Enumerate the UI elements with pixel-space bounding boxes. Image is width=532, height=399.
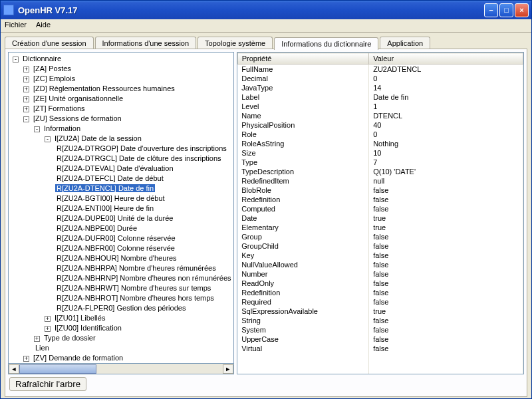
tree-field[interactable]: R[ZU2A-NBHRWT] Nombre d'heures sur temps [55,283,233,293]
tab-3[interactable]: Informations du dictionnaire [274,37,378,50]
tree-field[interactable]: R[ZU2A-DTEFCL] Date de début [55,174,233,184]
property-row[interactable]: Numberfalse [237,269,523,279]
tree-toggle-icon[interactable]: + [23,76,29,82]
tree-root-item[interactable]: -Dictionnaire+[ZA] Postes+[ZC] Emplois+[… [13,54,233,364]
tree-item[interactable]: +I[ZU01] Libellés [45,313,233,323]
tree-toggle-icon[interactable]: + [23,106,29,112]
property-row[interactable]: NullValueAllowedfalse [237,260,523,269]
property-row[interactable]: Decimal0 [237,74,523,83]
tree-field[interactable]: R[ZU2A-DUFR00] Colonne réservée [55,233,233,243]
property-grid[interactable]: Propriété Valeur FullNameZU2ADTENCLDecim… [237,52,524,374]
scroll-thumb[interactable] [19,364,96,374]
tab-4[interactable]: Application [380,37,430,49]
property-row[interactable]: PhysicalPosition40 [237,120,523,130]
menu-file[interactable]: Fichier [5,21,27,31]
property-name: Role [237,130,368,139]
titlebar[interactable]: OpenHR V7.17 – □ × [1,1,531,19]
tree-field[interactable]: R[ZU2A-BGTI00] Heure de début [55,194,233,203]
tree-field[interactable]: R[ZU2A-NBPE00] Durée [55,223,233,233]
scroll-right-button[interactable]: ► [223,364,233,374]
property-row[interactable]: ReadOnlyfalse [237,279,523,288]
tree-field[interactable]: R[ZU2A-NBHRPA] Nombre d'heures rémunérée… [55,263,233,273]
tree-field[interactable]: R[ZU2A-FLPER0] Gestion des périodes [55,303,233,313]
property-row[interactable]: Datetrue [237,213,523,223]
property-row[interactable]: SqlExpressionAvailabletrue [237,307,523,316]
tree-item[interactable]: +[ZT] Formations [23,104,233,114]
minimize-button[interactable]: – [484,3,498,17]
refresh-tree-button[interactable]: Rafraîchir l'arbre [9,377,86,391]
tree-toggle-icon[interactable]: - [23,116,29,122]
tree-item-information[interactable]: -Information-I[ZU2A] Date de la sessionR… [34,124,233,333]
tree-field[interactable]: R[ZU2A-ENTI00] Heure de fin [55,203,233,213]
tree-toggle-icon[interactable]: + [23,86,29,92]
tree-item[interactable]: +[ZA] Postes [23,64,233,74]
tab-0[interactable]: Création d'une session [5,37,94,49]
property-row[interactable]: Keyfalse [237,251,523,260]
property-row[interactable]: Role0 [237,130,523,139]
tree-toggle-icon[interactable]: + [45,326,51,332]
tree-item[interactable]: +[ZC] Emplois [23,74,233,84]
tree-field[interactable]: R[ZU2A-NBHOUR] Nombre d'heures [55,253,233,263]
property-row[interactable]: Type7 [237,158,523,167]
property-row[interactable]: JavaType14 [237,83,523,92]
tree-toggle-icon[interactable]: - [13,57,19,63]
property-row[interactable]: RoleAsStringNothing [237,139,523,148]
tree-toggle-icon[interactable]: + [23,96,29,102]
property-row[interactable]: Redefinitionfalse [237,288,523,297]
tree-h-scrollbar[interactable]: ◄ ► [8,364,234,374]
tree-field[interactable]: R[ZU2A-NBHRNP] Nombre d'heures non rémun… [55,273,233,283]
tree-toggle-icon[interactable]: + [45,316,51,322]
tree-view[interactable]: -Dictionnaire+[ZA] Postes+[ZC] Emplois+[… [8,52,234,364]
tree-field[interactable]: R[ZU2A-NBHROT] Nombre d'heures hors temp… [55,293,233,303]
tree-field[interactable]: R[ZU2A-DTRGCL] Date de clôture des inscr… [55,154,233,164]
tree-item[interactable]: Lien [34,343,233,353]
scroll-track[interactable] [19,364,223,374]
property-row[interactable]: Stringfalse [237,316,523,325]
tab-2[interactable]: Topologie système [198,37,273,49]
tree-field[interactable]: R[ZU2A-DTRGOP] Date d'ouverture des insc… [55,144,233,154]
property-row[interactable]: Computedfalse [237,204,523,213]
property-row[interactable]: RedefinedItemnull [237,176,523,186]
tree-field[interactable]: R[ZU2A-DUPE00] Unité de la durée [55,213,233,223]
property-row[interactable]: NameDTENCL [237,111,523,120]
maximize-button[interactable]: □ [499,3,513,17]
property-row[interactable]: Elementarytrue [237,223,523,232]
property-row[interactable]: BlobRolefalse [237,186,523,195]
tree-item-zu2a[interactable]: -I[ZU2A] Date de la sessionR[ZU2A-DTRGOP… [45,134,233,313]
col-value[interactable]: Valeur [369,53,523,65]
tree-selected-field: R[ZU2A-DTENCL] Date de fin [55,184,155,192]
tree-item[interactable]: +[ZD] Règlementation Ressources humaines [23,84,233,94]
tree-item[interactable]: +I[ZU00] Identification [45,323,233,333]
tab-1[interactable]: Informations d'une session [95,37,197,49]
tree-field[interactable]: R[ZU2A-NBFR00] Colonne réservée [55,243,233,253]
property-row[interactable]: Size10 [237,148,523,158]
tree-field[interactable]: R[ZU2A-DTEVAL] Date d'évaluation [55,164,233,174]
menu-help[interactable]: Aide [36,21,51,31]
close-button[interactable]: × [515,3,529,17]
property-value: false [369,325,523,334]
tree-field-selected[interactable]: R[ZU2A-DTENCL] Date de fin [55,184,233,194]
col-property[interactable]: Propriété [237,53,368,65]
property-row[interactable]: Requiredfalse [237,297,523,307]
tree-item[interactable]: +Type de dossier [34,333,233,343]
tree-toggle-icon[interactable]: - [45,136,51,142]
property-row[interactable]: Redefinitionfalse [237,195,523,204]
property-row[interactable]: Virtualfalse [237,344,523,353]
tree-item[interactable]: +[ZE] Unité organisationnelle [23,94,233,104]
tree-item-zu[interactable]: -[ZU] Sessions de formation-Information-… [23,114,233,353]
tree-toggle-icon[interactable]: - [34,126,40,132]
tree-toggle-icon[interactable]: + [34,336,40,342]
property-row[interactable]: Level1 [237,102,523,111]
scroll-left-button[interactable]: ◄ [9,364,19,374]
property-row[interactable]: LabelDate de fin [237,92,523,102]
property-value: false [369,204,523,213]
tree-toggle-icon[interactable]: + [23,356,29,362]
property-row[interactable]: Systemfalse [237,325,523,334]
tree-toggle-icon[interactable]: + [23,66,29,72]
property-row[interactable]: UpperCasefalse [237,334,523,344]
property-row[interactable]: GroupChildfalse [237,241,523,251]
property-row[interactable]: TypeDescriptionQ(10) 'DATE' [237,167,523,176]
property-row[interactable]: FullNameZU2ADTENCL [237,65,523,74]
tree-item[interactable]: +[ZV] Demande de formation [23,353,233,363]
property-row[interactable]: Groupfalse [237,232,523,241]
